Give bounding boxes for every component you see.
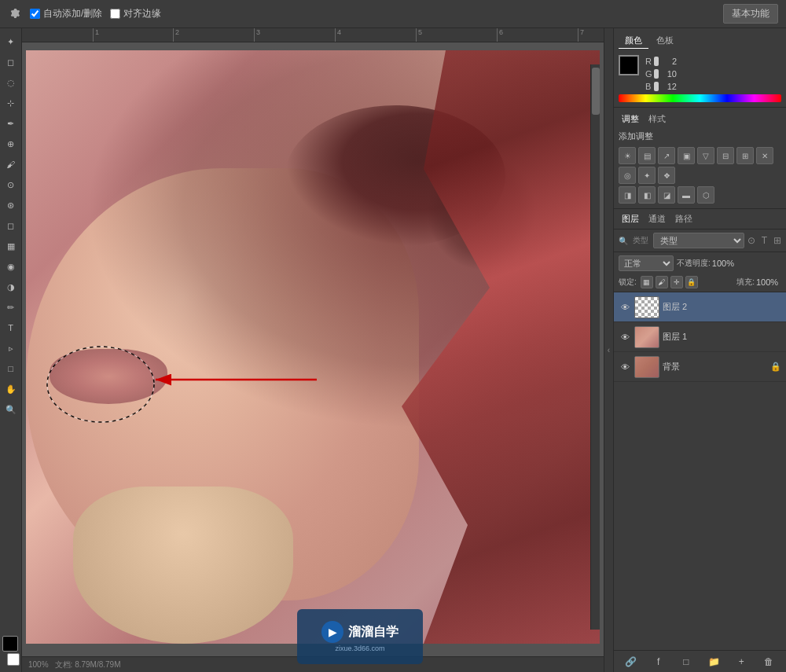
scrollbar-thumb[interactable] xyxy=(592,68,600,115)
lock-transparent-btn[interactable]: ▦ xyxy=(641,276,653,288)
adjust-selective-color[interactable]: ⬡ xyxy=(697,186,714,204)
adjust-bw[interactable]: ✕ xyxy=(756,147,773,164)
watermark: ▶ 溜溜自学 zixue.3d66.com xyxy=(297,609,423,664)
adjust-threshold[interactable]: ◪ xyxy=(658,186,675,204)
adjust-photofilter[interactable]: ◎ xyxy=(619,167,636,184)
tool-type[interactable]: T xyxy=(2,319,20,336)
adjust-invert[interactable]: ◨ xyxy=(619,186,636,204)
ruler-mark-5: 5 xyxy=(416,28,422,42)
layers-controls: 正常 不透明度: 100% 锁定: ▦ 🖌 ✛ 🔒 填充: 100% xyxy=(614,252,786,292)
red-slider-row: R 2 xyxy=(645,57,677,66)
layer-name-2: 图层 2 xyxy=(663,301,781,313)
green-slider-row: G 10 xyxy=(645,69,677,79)
lock-image-btn[interactable]: 🖌 xyxy=(656,276,668,288)
tool-select[interactable]: ◻ xyxy=(2,53,20,71)
layer-list: 👁 图层 2 👁 图层 1 👁 xyxy=(614,292,786,650)
adjust-vibrance[interactable]: ▽ xyxy=(697,147,714,164)
main-area: ✦ ◻ ◌ ⊹ ✒ ⊕ 🖌 ⊙ ⊛ ◻ ▦ ◉ ◑ ✏ T ▹ □ ✋ 🔍 1 … xyxy=(0,28,786,672)
layer-eye-bg[interactable]: 👁 xyxy=(619,361,631,373)
right-panel: 颜色 色板 R 2 G xyxy=(613,28,786,672)
tab-paths[interactable]: 路径 xyxy=(672,212,696,226)
adjust-gradient-map[interactable]: ▬ xyxy=(678,186,695,204)
adjust-levels[interactable]: ▤ xyxy=(638,147,656,164)
tool-shape[interactable]: □ xyxy=(2,360,20,377)
canvas-area: 1 2 3 4 5 6 7 xyxy=(22,28,604,672)
tool-gradient[interactable]: ▦ xyxy=(2,237,20,255)
tab-swatches[interactable]: 色板 xyxy=(650,33,680,49)
tool-pen[interactable]: ✏ xyxy=(2,299,20,316)
tool-eyedropper[interactable]: ✒ xyxy=(2,115,20,132)
layer-eye-1[interactable]: 👁 xyxy=(619,331,631,343)
adjust-curves[interactable]: ↗ xyxy=(658,147,675,164)
canvas-wrapper xyxy=(26,50,600,644)
new-layer-btn[interactable]: + xyxy=(733,654,749,670)
adjust-panel-tabs: 调整 样式 xyxy=(619,112,781,126)
photo-background xyxy=(26,50,600,644)
tool-background-color[interactable] xyxy=(7,653,20,666)
fill-label: 填充: xyxy=(736,277,755,288)
tool-history[interactable]: ⊛ xyxy=(2,196,20,214)
tool-blur[interactable]: ◉ xyxy=(2,258,20,275)
auto-add-remove-check[interactable]: 自动添加/删除 xyxy=(30,7,102,20)
layer-filter-icon[interactable]: ⊙ xyxy=(747,235,755,246)
add-style-btn[interactable]: f xyxy=(651,654,667,670)
adjust-channelmixer[interactable]: ✦ xyxy=(638,167,656,184)
tool-zoom[interactable]: 🔍 xyxy=(2,401,20,418)
blue-label: B xyxy=(645,82,653,91)
lock-all-btn[interactable]: 🔒 xyxy=(685,276,698,288)
tool-heal[interactable]: ⊕ xyxy=(2,135,20,152)
tool-move[interactable]: ✦ xyxy=(2,33,20,50)
add-mask-btn[interactable]: □ xyxy=(678,654,694,670)
panel-collapse-button[interactable]: ‹ xyxy=(604,28,613,672)
tool-lasso[interactable]: ◌ xyxy=(2,74,20,91)
delete-layer-btn[interactable]: 🗑 xyxy=(761,654,777,670)
rainbow-bar[interactable] xyxy=(619,94,781,102)
layer-item-1[interactable]: 👁 图层 1 xyxy=(614,322,786,352)
tool-eraser[interactable]: ◻ xyxy=(2,217,20,234)
layer-eye-2[interactable]: 👁 xyxy=(619,301,631,314)
tool-brush[interactable]: 🖌 xyxy=(2,156,20,173)
blend-mode-select[interactable]: 正常 xyxy=(619,255,674,271)
adjust-posterize[interactable]: ◧ xyxy=(638,186,656,204)
basic-function-button[interactable]: 基本功能 xyxy=(723,4,778,24)
adjust-brightness[interactable]: ☀ xyxy=(619,147,636,164)
layers-panel-tabs: 图层 通道 路径 xyxy=(614,209,786,230)
ruler-mark-7: 7 xyxy=(578,28,584,42)
watermark-name: 溜溜自学 xyxy=(348,624,399,641)
tab-channels[interactable]: 通道 xyxy=(645,212,669,226)
tool-path-select[interactable]: ▹ xyxy=(2,340,20,357)
left-tool-panel: ✦ ◻ ◌ ⊹ ✒ ⊕ 🖌 ⊙ ⊛ ◻ ▦ ◉ ◑ ✏ T ▹ □ ✋ 🔍 xyxy=(0,28,22,672)
tool-dodge[interactable]: ◑ xyxy=(2,278,20,296)
layer-item-2[interactable]: 👁 图层 2 xyxy=(614,292,786,322)
tool-foreground-color[interactable] xyxy=(2,636,18,652)
layer-filter-toggle[interactable]: T xyxy=(762,235,767,246)
adjust-hsl[interactable]: ⊟ xyxy=(717,147,734,164)
tab-adjustments[interactable]: 调整 xyxy=(619,112,642,126)
ruler-mark-2: 2 xyxy=(173,28,179,42)
adjust-exposure[interactable]: ▣ xyxy=(678,147,695,164)
align-edges-check[interactable]: 对齐边缘 xyxy=(110,7,161,20)
gear-icon[interactable] xyxy=(8,7,22,21)
tool-clone[interactable]: ⊙ xyxy=(2,176,20,193)
canvas-scrollbar[interactable] xyxy=(590,64,600,630)
adjust-colorbalance[interactable]: ⊞ xyxy=(736,147,754,164)
tool-crop[interactable]: ⊹ xyxy=(2,94,20,112)
type-filter-select[interactable]: 类型 xyxy=(653,233,744,248)
fill-value: 100% xyxy=(756,277,781,287)
adjust-colorlookup[interactable]: ❖ xyxy=(658,167,675,184)
tab-color[interactable]: 颜色 xyxy=(619,33,648,49)
adjustments-panel: 调整 样式 添加调整 ☀ ▤ ↗ ▣ ▽ ⊟ ⊞ ✕ ◎ ✦ ❖ ◨ ◧ ◪ xyxy=(614,108,786,209)
tab-layers[interactable]: 图层 xyxy=(619,212,642,226)
link-layers-btn[interactable]: 🔗 xyxy=(623,654,639,670)
layer-item-bg[interactable]: 👁 背景 🔒 xyxy=(614,352,786,382)
doc-size: 文档: 8.79M/8.79M xyxy=(55,659,121,670)
layer-filter-link[interactable]: ⊞ xyxy=(773,235,781,246)
lock-position-btn[interactable]: ✛ xyxy=(670,276,683,288)
layers-search-row: 🔍 类型 类型 ⊙ T ⊞ xyxy=(614,230,786,252)
tool-hand[interactable]: ✋ xyxy=(2,380,20,398)
hand-area xyxy=(73,487,293,644)
tab-styles[interactable]: 样式 xyxy=(645,112,669,126)
new-group-btn[interactable]: 📁 xyxy=(706,654,722,670)
watermark-play-icon: ▶ xyxy=(321,621,343,643)
color-swatch-foreground[interactable] xyxy=(619,55,639,75)
